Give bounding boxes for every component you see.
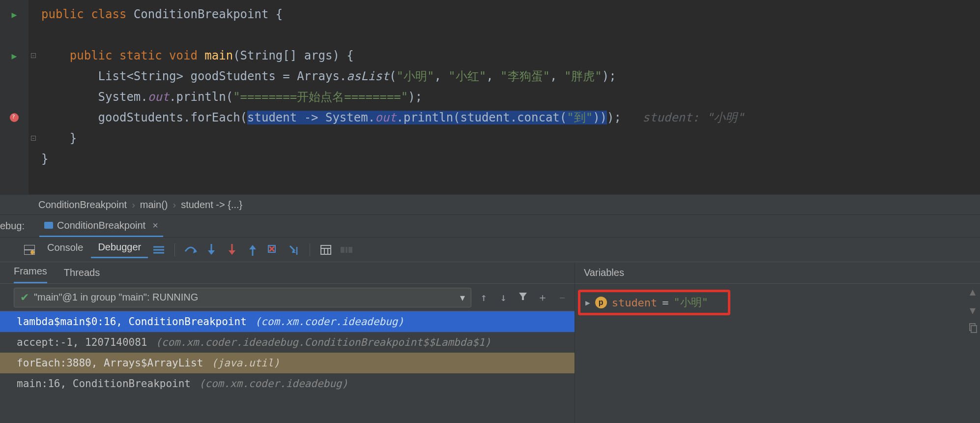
close-icon[interactable]: ×: [152, 220, 158, 231]
filter-icon[interactable]: [516, 291, 530, 303]
svg-rect-17: [341, 247, 345, 253]
frames-pane: Frames Threads ✔ "main"@1 in group "main…: [0, 262, 575, 423]
chevron-down-icon: ▾: [460, 292, 465, 303]
breadcrumb-item[interactable]: main(): [140, 199, 168, 211]
debug-label: ebug:: [0, 220, 25, 232]
variables-header: Variables: [575, 262, 980, 284]
svg-rect-18: [346, 247, 347, 253]
previous-frame-icon[interactable]: ↑: [476, 291, 491, 303]
chevron-right-icon: ›: [132, 199, 135, 211]
code-editor[interactable]: ▶ ▶ public class ConditionBreakpoint { p…: [0, 0, 980, 194]
scroll-down-icon[interactable]: ▼: [970, 304, 976, 316]
force-step-into-icon[interactable]: [225, 243, 239, 257]
frames-tab[interactable]: Frames: [14, 266, 47, 283]
add-icon[interactable]: ＋: [535, 290, 550, 305]
svg-point-2: [30, 250, 34, 254]
threads-icon[interactable]: [152, 243, 166, 257]
application-icon: [44, 222, 53, 229]
frame-row[interactable]: forEach:3880, Arrays$ArrayList (java.uti…: [0, 353, 575, 373]
highlighted-variable[interactable]: ▶ p student = "小明": [578, 290, 730, 315]
run-class-icon[interactable]: ▶: [12, 9, 17, 20]
frame-row[interactable]: main:16, ConditionBreakpoint (com.xm.cod…: [0, 373, 575, 394]
fold-toggle-icon[interactable]: [31, 53, 36, 58]
breadcrumb: ConditionBreakpoint › main() › student -…: [0, 194, 980, 215]
drop-frame-icon[interactable]: [266, 243, 280, 257]
code-area[interactable]: public class ConditionBreakpoint { publi…: [38, 0, 980, 194]
step-out-icon[interactable]: [246, 243, 259, 257]
breadcrumb-item[interactable]: ConditionBreakpoint: [38, 199, 127, 211]
threads-tab[interactable]: Threads: [64, 267, 100, 283]
parameter-badge-icon: p: [595, 297, 607, 308]
frame-row[interactable]: lambda$main$0:16, ConditionBreakpoint (c…: [0, 311, 575, 332]
svg-rect-19: [348, 247, 352, 253]
step-into-icon[interactable]: [204, 243, 218, 257]
variables-side-controls: ▲ ▼: [968, 286, 977, 335]
debug-toolwindow-header: ebug: ConditionBreakpoint ×: [0, 215, 980, 238]
run-to-cursor-icon[interactable]: [287, 243, 301, 257]
debug-session-tab[interactable]: ConditionBreakpoint ×: [39, 215, 163, 237]
next-frame-icon[interactable]: ↓: [496, 291, 511, 303]
svg-rect-21: [971, 326, 977, 332]
frame-row[interactable]: accept:-1, 1207140081 (com.xm.coder.idea…: [0, 332, 575, 353]
scroll-up-icon[interactable]: ▲: [970, 286, 976, 298]
expand-icon[interactable]: ▶: [585, 298, 590, 307]
check-icon: ✔: [20, 291, 29, 304]
layout-settings-icon[interactable]: [23, 243, 36, 257]
svg-rect-13: [321, 245, 331, 254]
debugger-toolbar: Console Debugger: [0, 238, 980, 262]
copy-icon[interactable]: [968, 323, 977, 335]
gutter: ▶ ▶: [0, 0, 29, 194]
remove-icon[interactable]: －: [555, 290, 570, 305]
frames-list[interactable]: lambda$main$0:16, ConditionBreakpoint (c…: [0, 311, 575, 423]
breadcrumb-item[interactable]: student -> {...}: [181, 199, 242, 211]
console-tab[interactable]: Console: [40, 242, 90, 257]
thread-selector[interactable]: ✔ "main"@1 in group "main": RUNNING ▾: [14, 288, 471, 307]
chevron-right-icon: ›: [173, 199, 176, 211]
run-main-icon[interactable]: ▶: [12, 51, 17, 61]
step-over-icon[interactable]: [184, 243, 198, 257]
trace-current-stream-chain-icon[interactable]: [340, 243, 353, 257]
fold-column: [29, 0, 38, 194]
fold-toggle-icon[interactable]: [31, 136, 36, 141]
evaluate-expression-icon[interactable]: [319, 243, 333, 257]
variables-pane: Variables ▶ p student = "小明" ▲ ▼: [575, 262, 980, 423]
conditional-breakpoint-icon[interactable]: [10, 113, 19, 122]
debugger-tab[interactable]: Debugger: [91, 242, 148, 258]
